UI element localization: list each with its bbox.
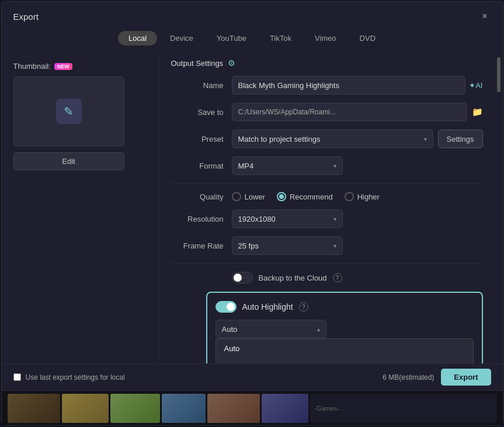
quality-label: Quality [171,192,224,201]
save-to-label: Save to [171,108,224,117]
tab-youtube[interactable]: YouTube [206,31,257,46]
timeline-strip: -Games-... [2,390,503,425]
quality-options: Lower Recommend Higher [232,192,380,201]
auto-highlight-label: Auto Highlight [242,302,293,312]
thumbnail-preview[interactable]: ✎ [13,76,124,146]
quality-higher-label: Higher [357,192,380,201]
auto-highlight-toggle-knob [227,303,235,311]
frame-rate-select[interactable]: 25 fps ▾ [232,236,343,255]
preset-select[interactable]: Match to project settings ▾ [232,130,433,148]
quality-lower[interactable]: Lower [232,192,265,201]
tab-bar: Local Device YouTube TikTok Vimeo DVD [2,29,503,52]
folder-icon[interactable]: 📁 [472,107,483,117]
divider-2 [171,263,483,264]
save-to-input-row: C:/Users/WS/AppData/Roami... 📁 [232,103,483,121]
edit-thumbnail-button[interactable]: Edit [13,152,124,170]
settings-button[interactable]: Settings [438,130,483,148]
use-last-export-label[interactable]: Use last export settings for local [26,373,125,382]
resolution-select[interactable]: 1920x1080 ▾ [232,209,343,228]
quality-higher-radio[interactable] [345,192,354,201]
cloud-toggle-knob [234,274,242,282]
frame-rate-row: Frame Rate 25 fps ▾ [171,236,483,255]
auto-highlight-section: Auto Highlight ? Auto ▴ Auto 15s(TikTok)… [206,292,483,363]
output-settings-icon: ⚙ [228,58,235,68]
dropdown-item-15s[interactable]: 15s(TikTok) [216,358,473,363]
frame-rate-value: 25 fps [238,242,259,250]
file-size-estimate: 6 MB(estimated) [383,373,434,382]
tab-dvd[interactable]: DVD [349,31,386,46]
cloud-help-icon[interactable]: ? [333,273,342,282]
tab-vimeo[interactable]: Vimeo [304,31,347,46]
quality-higher[interactable]: Higher [345,192,380,201]
name-input[interactable] [232,76,466,94]
name-row: Name ✦AI [171,76,483,94]
timeline-thumb-5 [207,394,260,423]
auto-highlight-toggle[interactable] [215,301,237,313]
pencil-icon: ✎ [64,104,74,118]
auto-highlight-chevron-icon: ▴ [317,326,320,332]
use-last-export-row: Use last export settings for local [13,373,125,382]
export-button[interactable]: Export [441,369,491,386]
timeline-thumb-4 [162,394,206,423]
name-input-row: ✦AI [232,76,483,94]
new-badge: NEW [54,63,72,70]
auto-highlight-help-icon[interactable]: ? [299,302,308,312]
quality-row: Quality Lower Recommend Higher [171,192,483,201]
frame-rate-label: Frame Rate [171,242,224,250]
export-dialog: Export × Local Device YouTube TikTok Vim… [1,1,503,426]
auto-highlight-dropdown-wrapper: Auto ▴ Auto 15s(TikTok) 60s(YouTube Shor… [215,320,474,363]
timeline-thumb-2 [62,394,109,423]
cloud-toggle[interactable] [232,272,253,284]
cloud-label: Backup to the Cloud [259,274,327,282]
scrollbar-track[interactable] [495,52,503,363]
bottom-bar: Use last export settings for local 6 MB(… [2,363,503,390]
format-row: Format MP4 ▾ [171,156,483,175]
name-label: Name [171,81,224,90]
ai-icon[interactable]: ✦AI [469,81,482,90]
save-to-path: C:/Users/WS/AppData/Roami... [232,103,467,121]
auto-highlight-dropdown[interactable]: Auto ▴ [215,320,326,338]
output-settings-label: Output Settings [171,59,224,68]
timeline-thumb-6 [262,394,308,423]
quality-recommend-label: Recommend [290,192,333,201]
preset-input-row: Match to project settings ▾ Settings [232,130,483,148]
use-last-export-checkbox[interactable] [13,373,21,381]
quality-recommend-radio[interactable] [277,192,286,201]
cloud-row: Backup to the Cloud ? [171,272,483,284]
resolution-value: 1920x1080 [238,215,276,223]
left-panel: Thumbnail: NEW ✎ Edit [2,52,159,363]
timeline-label: -Games-... [310,394,497,423]
resolution-label: Resolution [171,215,224,223]
right-panel: Output Settings ⚙ Name ✦AI Save to C:/Us… [159,52,495,363]
auto-highlight-dropdown-value: Auto [222,325,238,334]
preset-chevron-icon: ▾ [424,136,427,142]
close-button[interactable]: × [478,10,491,23]
preset-value: Match to project settings [238,135,321,144]
timeline-thumb-1 [8,394,60,423]
save-to-row: Save to C:/Users/WS/AppData/Roami... 📁 [171,103,483,121]
thumbnail-text: Thumbnail: [13,62,51,71]
tab-device[interactable]: Device [159,31,204,46]
tab-tiktok[interactable]: TikTok [259,31,302,46]
resolution-row: Resolution 1920x1080 ▾ [171,209,483,228]
scrollbar-thumb[interactable] [497,57,500,92]
preset-row: Preset Match to project settings ▾ Setti… [171,130,483,148]
auto-highlight-header: Auto Highlight ? [215,301,474,313]
tab-local[interactable]: Local [118,31,157,46]
quality-lower-radio[interactable] [232,192,241,201]
thumbnail-label: Thumbnail: NEW [13,62,72,71]
export-actions: 6 MB(estimated) Export [383,369,491,386]
frame-rate-chevron-icon: ▾ [333,243,336,249]
dropdown-item-auto[interactable]: Auto [216,339,473,358]
output-settings-title: Output Settings ⚙ [171,58,483,68]
quality-recommend[interactable]: Recommend [277,192,333,201]
format-select[interactable]: MP4 ▾ [232,156,343,175]
format-value: MP4 [238,162,254,170]
resolution-chevron-icon: ▾ [333,216,336,222]
title-bar: Export × [2,2,503,29]
timeline-thumb-3 [110,394,160,423]
dialog-title: Export [13,12,39,22]
format-label: Format [171,162,224,170]
auto-highlight-dropdown-menu: Auto 15s(TikTok) 60s(YouTube Shorts) Cus… [215,338,474,363]
thumbnail-edit-icon: ✎ [56,99,82,124]
